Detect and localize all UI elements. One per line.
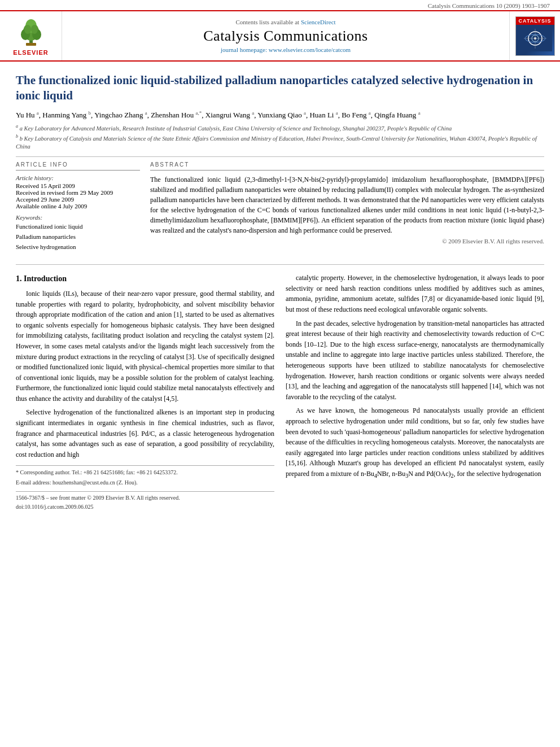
keywords-group: Keywords: Functionalized ionic liquid Pa…: [16, 214, 140, 252]
body-right-col: catalytic property. However, in the chem…: [286, 273, 544, 511]
citation-text: Catalysis Communications 10 (2009) 1903–…: [428, 2, 550, 9]
affiliation-b: b b Key Laboratory of Catalysis and Mate…: [16, 133, 544, 151]
footnote-email: E-mail address: houzhenshan@ecust.edu.cn…: [16, 478, 274, 487]
elsevier-logo: ELSEVIER: [0, 11, 62, 60]
article-info-col: ARTICLE INFO Article history: Received 1…: [16, 161, 140, 256]
footer-info: 1566-7367/$ – see front matter © 2009 El…: [16, 491, 274, 511]
article-content: The functionalized ionic liquid-stabiliz…: [0, 62, 560, 521]
body-text: 1. Introduction Ionic liquids (ILs), bec…: [16, 273, 544, 511]
svg-point-5: [24, 25, 31, 34]
journal-title: Catalysis Communications: [203, 28, 368, 45]
affiliations: a a Key Laboratory for Advanced Material…: [16, 123, 544, 151]
accepted-date: Accepted 29 June 2009: [16, 196, 140, 203]
article-history: Article history: Received 15 April 2009 …: [16, 174, 140, 209]
affiliation-a: a a Key Laboratory for Advanced Material…: [16, 123, 544, 133]
intro-p2: Selective hydrogenation of the functiona…: [16, 407, 274, 460]
journal-header: ELSEVIER Contents lists available at Sci…: [0, 10, 560, 62]
available-date: Available online 4 July 2009: [16, 203, 140, 209]
authors-text: Yu Hu a, Hanming Yang b, Yingchao Zhang …: [16, 111, 421, 119]
right-p3: As we have known, the homogeneous Pd nan…: [286, 405, 544, 480]
abstract-divider: [150, 170, 544, 171]
header-divider: [16, 156, 544, 157]
abstract-paragraph: The functionalized ionic liquid (2,3-dim…: [150, 174, 544, 235]
keyword-2: Palladium nanoparticles: [16, 232, 140, 242]
sciencedirect-link[interactable]: ScienceDirect: [301, 19, 336, 25]
intro-title: 1. Introduction: [16, 273, 274, 285]
right-p1: catalytic property. However, in the chem…: [286, 273, 544, 314]
right-p2: In the past decades, selective hydrogena…: [286, 318, 544, 403]
revised-date: Received in revised form 29 May 2009: [16, 189, 140, 196]
catalysis-badge: CATALYSIS: [516, 17, 554, 25]
page: Catalysis Communications 10 (2009) 1903–…: [0, 0, 560, 521]
catalysis-logo-icon: [518, 26, 552, 51]
footer-doi: doi:10.1016/j.catcom.2009.06.025: [16, 504, 94, 510]
contents-line: Contents lists available at ScienceDirec…: [235, 19, 335, 25]
authors: Yu Hu a, Hanming Yang b, Yingchao Zhang …: [16, 110, 544, 121]
svg-rect-7: [26, 43, 36, 46]
keyword-3: Selective hydrogenation: [16, 242, 140, 252]
received-date: Received 15 April 2009: [16, 182, 140, 189]
abstract-text: The functionalized ionic liquid (2,3-dim…: [150, 174, 544, 235]
keywords-list: Functionalized ionic liquid Palladium na…: [16, 222, 140, 252]
journal-homepage: journal homepage: www.elsevier.com/locat…: [221, 46, 351, 53]
article-info-label: ARTICLE INFO: [16, 161, 140, 168]
intro-p1: Ionic liquids (ILs), because of their ne…: [16, 289, 274, 404]
body-left-col: 1. Introduction Ionic liquids (ILs), bec…: [16, 273, 274, 511]
svg-point-6: [31, 25, 38, 34]
body-divider: [16, 264, 544, 265]
footnote-corresponding: * Corresponding author. Tel.: +86 21 642…: [16, 468, 274, 477]
abstract-label: ABSTRACT: [150, 161, 544, 168]
info-divider: [16, 170, 140, 171]
catalysis-logo-box: CATALYSIS: [515, 16, 555, 56]
elsevier-text: ELSEVIER: [13, 49, 48, 56]
footnote-section: * Corresponding author. Tel.: +86 21 642…: [16, 465, 274, 487]
elsevier-tree-icon: [15, 16, 47, 47]
footer-issn: 1566-7367/$ – see front matter © 2009 El…: [16, 495, 180, 501]
keyword-1: Functionalized ionic liquid: [16, 222, 140, 232]
copyright: © 2009 Elsevier B.V. All rights reserved…: [150, 238, 544, 244]
catalysis-logo: CATALYSIS: [509, 11, 560, 60]
article-title: The functionalized ionic liquid-stabiliz…: [16, 73, 544, 104]
citation-bar: Catalysis Communications 10 (2009) 1903–…: [0, 0, 560, 10]
two-col-info-abstract: ARTICLE INFO Article history: Received 1…: [16, 161, 544, 256]
abstract-col: ABSTRACT The functionalized ionic liquid…: [150, 161, 544, 256]
journal-center: Contents lists available at ScienceDirec…: [62, 11, 509, 60]
article-history-label: Article history:: [16, 174, 140, 181]
keywords-label: Keywords:: [16, 214, 140, 221]
